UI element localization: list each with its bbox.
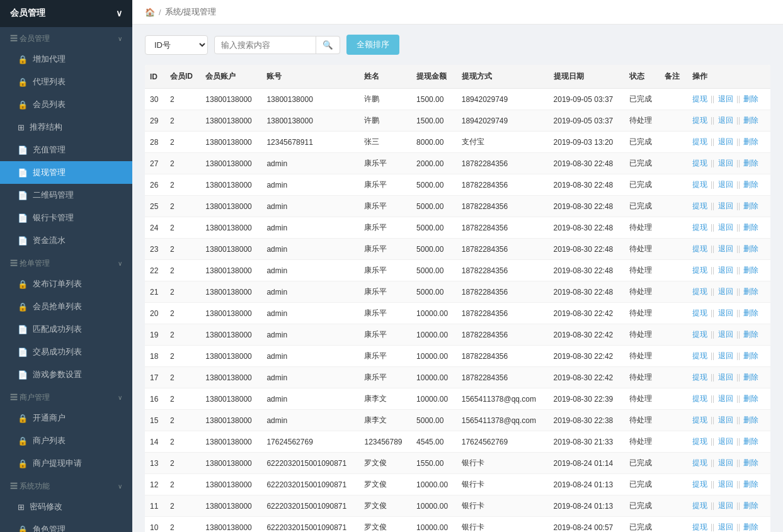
sidebar-item-recharge[interactable]: 📄 充值管理 — [0, 139, 132, 161]
action-提现-link[interactable]: 提现 — [692, 223, 707, 232]
table-cell: 13800138000 — [200, 174, 261, 196]
action-提现-link[interactable]: 提现 — [692, 137, 707, 146]
sidebar-item-withdrawal[interactable]: 📄 提现管理 — [0, 161, 132, 184]
action-删除-link[interactable]: 删除 — [743, 137, 758, 146]
sidebar-group-system[interactable]: ☰ 系统功能 ∨ — [0, 475, 132, 495]
sidebar-group-merchant[interactable]: ☰ 商户管理 ∨ — [0, 386, 132, 407]
action-删除-link[interactable]: 删除 — [743, 266, 758, 274]
sidebar-item-role-manage[interactable]: 🔒 角色管理 — [0, 518, 132, 532]
action-删除-link[interactable]: 删除 — [743, 180, 758, 189]
table-cell-actions: 提现 || 退回 || 删除 — [687, 260, 770, 281]
action-删除-link[interactable]: 删除 — [743, 480, 758, 489]
action-提现-link[interactable]: 提现 — [692, 308, 707, 317]
action-提现-link[interactable]: 提现 — [692, 437, 707, 446]
table-cell: 6222032015001090871 — [261, 453, 359, 474]
sidebar-item-agent-list[interactable]: 🔒 代理列表 — [0, 71, 132, 93]
action-退回-link[interactable]: 退回 — [718, 159, 733, 167]
action-提现-link[interactable]: 提现 — [692, 458, 707, 467]
sidebar-group-order[interactable]: ☰ 抢单管理 ∨ — [0, 252, 132, 273]
table-cell: 已完成 — [624, 89, 660, 110]
sidebar-item-change-password[interactable]: ⊞ 密码修改 — [0, 495, 132, 518]
home-icon[interactable]: 🏠 — [145, 8, 155, 17]
action-退回-link[interactable]: 退回 — [718, 223, 733, 232]
sidebar-item-merchant-withdrawal[interactable]: 🔒 商户提现申请 — [0, 452, 132, 475]
action-提现-link[interactable]: 提现 — [692, 351, 707, 360]
sidebar-item-fund-flow[interactable]: 📄 资金流水 — [0, 229, 132, 252]
sidebar-item-add-agent[interactable]: 🔒 增加代理 — [0, 48, 132, 71]
sidebar-item-member-order[interactable]: 🔒 会员抢单列表 — [0, 295, 132, 318]
action-退回-link[interactable]: 退回 — [718, 308, 733, 317]
search-field-select[interactable]: ID号 会员ID 会员账户 — [145, 35, 208, 55]
action-删除-link[interactable]: 删除 — [743, 201, 758, 210]
action-退回-link[interactable]: 退回 — [718, 137, 733, 146]
action-提现-link[interactable]: 提现 — [692, 501, 707, 510]
action-删除-link[interactable]: 删除 — [743, 437, 758, 446]
action-退回-link[interactable]: 退回 — [718, 201, 733, 210]
action-退回-link[interactable]: 退回 — [718, 394, 733, 403]
action-删除-link[interactable]: 删除 — [743, 523, 758, 531]
action-退回-link[interactable]: 退回 — [718, 180, 733, 189]
action-退回-link[interactable]: 退回 — [718, 437, 733, 446]
table-cell — [660, 431, 687, 453]
action-退回-link[interactable]: 退回 — [718, 330, 733, 339]
action-删除-link[interactable]: 删除 — [743, 308, 758, 317]
action-提现-link[interactable]: 提现 — [692, 201, 707, 210]
table-cell — [660, 153, 687, 174]
action-删除-link[interactable]: 删除 — [743, 116, 758, 125]
action-删除-link[interactable]: 删除 — [743, 501, 758, 510]
sidebar-item-referral[interactable]: ⊞ 推荐结构 — [0, 116, 132, 139]
action-提现-link[interactable]: 提现 — [692, 116, 707, 125]
action-删除-link[interactable]: 删除 — [743, 287, 758, 296]
action-退回-link[interactable]: 退回 — [718, 244, 733, 253]
action-提现-link[interactable]: 提现 — [692, 180, 707, 189]
action-删除-link[interactable]: 删除 — [743, 330, 758, 339]
action-删除-link[interactable]: 删除 — [743, 458, 758, 467]
action-退回-link[interactable]: 退回 — [718, 373, 733, 382]
action-提现-link[interactable]: 提现 — [692, 287, 707, 296]
sidebar-item-game-settings[interactable]: 📄 游戏参数设置 — [0, 363, 132, 386]
sidebar-item-member-list[interactable]: 🔒 会员列表 — [0, 93, 132, 116]
sidebar-item-bank-card[interactable]: 📄 银行卡管理 — [0, 207, 132, 229]
action-提现-link[interactable]: 提现 — [692, 94, 707, 103]
action-退回-link[interactable]: 退回 — [718, 116, 733, 125]
action-提现-link[interactable]: 提现 — [692, 244, 707, 253]
action-退回-link[interactable]: 退回 — [718, 266, 733, 274]
sidebar-item-open-merchant[interactable]: 🔒 开通商户 — [0, 407, 132, 429]
sidebar-item-merchant-list[interactable]: 🔒 商户列表 — [0, 429, 132, 452]
action-删除-link[interactable]: 删除 — [743, 159, 758, 167]
action-删除-link[interactable]: 删除 — [743, 351, 758, 360]
sidebar-item-match-list[interactable]: 📄 匹配成功列表 — [0, 318, 132, 341]
action-退回-link[interactable]: 退回 — [718, 458, 733, 467]
action-提现-link[interactable]: 提现 — [692, 373, 707, 382]
action-提现-link[interactable]: 提现 — [692, 416, 707, 424]
action-退回-link[interactable]: 退回 — [718, 501, 733, 510]
table-cell: 罗文俊 — [359, 474, 411, 495]
action-退回-link[interactable]: 退回 — [718, 94, 733, 103]
action-提现-link[interactable]: 提现 — [692, 480, 707, 489]
action-提现-link[interactable]: 提现 — [692, 159, 707, 167]
action-提现-link[interactable]: 提现 — [692, 523, 707, 531]
action-退回-link[interactable]: 退回 — [718, 351, 733, 360]
sort-button[interactable]: 全额排序 — [346, 35, 399, 55]
table-cell: 罗文俊 — [359, 453, 411, 474]
table-cell: 待处理 — [624, 346, 660, 367]
action-退回-link[interactable]: 退回 — [718, 523, 733, 531]
sidebar-item-qrcode[interactable]: 📄 二维码管理 — [0, 184, 132, 207]
sidebar-item-trade-list[interactable]: 📄 交易成功列表 — [0, 341, 132, 363]
action-提现-link[interactable]: 提现 — [692, 394, 707, 403]
action-提现-link[interactable]: 提现 — [692, 266, 707, 274]
action-删除-link[interactable]: 删除 — [743, 223, 758, 232]
action-退回-link[interactable]: 退回 — [718, 287, 733, 296]
search-button[interactable]: 🔍 — [316, 36, 340, 54]
action-删除-link[interactable]: 删除 — [743, 244, 758, 253]
action-删除-link[interactable]: 删除 — [743, 416, 758, 424]
action-删除-link[interactable]: 删除 — [743, 94, 758, 103]
action-删除-link[interactable]: 删除 — [743, 373, 758, 382]
table-cell: 康李文 — [359, 388, 411, 410]
sidebar-group-member[interactable]: ☰ 会员管理 ∨ — [0, 27, 132, 48]
action-删除-link[interactable]: 删除 — [743, 394, 758, 403]
action-退回-link[interactable]: 退回 — [718, 480, 733, 489]
action-退回-link[interactable]: 退回 — [718, 416, 733, 424]
action-提现-link[interactable]: 提现 — [692, 330, 707, 339]
sidebar-item-publish-order[interactable]: 🔒 发布订单列表 — [0, 273, 132, 295]
